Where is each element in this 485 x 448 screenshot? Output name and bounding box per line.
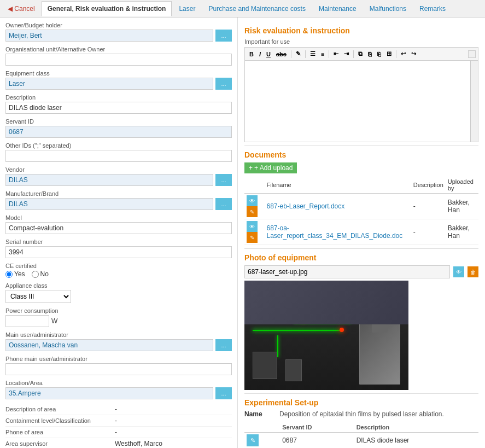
rte-indent-btn[interactable]: ⇥ [342,49,351,59]
location-input[interactable] [5,387,213,399]
rte-bold-btn[interactable]: B [247,50,256,59]
tab-general[interactable]: General, Risk evaluation & instruction [42,1,172,16]
rte-divider-4 [353,50,354,58]
photo-delete-btn[interactable]: 🗑 [468,266,478,277]
power-unit: W [51,317,57,325]
tab-maintenance[interactable]: Maintenance [313,1,363,16]
eye-icon-0: 👁 [249,198,255,204]
exp-title: Experimental Set-up [244,398,478,407]
main-user-input[interactable] [5,339,213,351]
doc-view-btn-1[interactable]: 👁 [247,221,258,232]
laser-beam-2 [277,335,278,357]
org-unit-label: Organisational unit/Alternative Owner [5,46,232,53]
rte-toolbar: B I U abc ✎ ☰ ≡ ⇤ ⇥ ⧉ ⎘ ⎗ ⊞ ↩ ↪ [244,47,478,60]
tab-cancel[interactable]: ◀ Cancel [2,2,40,16]
rte-redo-btn[interactable]: ↪ [409,49,418,59]
equipment-box-1 [253,352,277,379]
rte-italic-btn[interactable]: I [257,50,263,59]
doc-filename-0[interactable]: 687-eb-Laser_Report.docx [266,202,344,210]
equipment-class-input[interactable] [5,78,213,90]
exp-edit-btn-0[interactable]: ✎ [247,434,259,446]
owner-input[interactable] [5,30,213,42]
rte-area[interactable] [244,60,478,142]
main-user-label: Main user/administrator [5,331,232,338]
vendor-input[interactable] [5,174,213,186]
servant-id-field-group: Servant ID [5,118,232,138]
tab-malfunctions[interactable]: Malfunctions [364,1,412,16]
vendor-btn[interactable]: ... [215,174,232,186]
tab-remarks[interactable]: Remarks [413,1,452,16]
rte-pastetext-btn[interactable]: ⎗ [375,50,383,59]
main-user-btn[interactable]: ... [215,339,232,351]
ce-field-group: CE certified Yes No [5,263,232,278]
org-unit-input[interactable] [5,54,232,66]
containment-row: Containment level/Classification - [5,415,232,427]
serial-input[interactable] [5,246,232,258]
doc-col-actions [244,177,264,194]
add-upload-btn[interactable]: + + Add upload [244,162,297,173]
phone-area-value: - [115,428,117,436]
rte-paste-btn[interactable]: ⎘ [366,50,374,59]
photo-view-btn[interactable]: 👁 [453,266,464,277]
photo-filename-input[interactable] [244,265,450,278]
owner-btn[interactable]: ... [215,30,232,42]
equipment-class-btn[interactable]: ... [215,78,232,90]
doc-row-0: 👁 ✎ 687-eb-Laser_Report.docx - Bakker, H… [244,194,478,219]
phone-main-input[interactable] [5,363,232,375]
appliance-label: Appliance class [5,282,232,289]
doc-filename-1[interactable]: 687-oa-Laser_report_class_34_EM_DILAS_Di… [266,224,402,240]
rte-outdent-btn[interactable]: ⇤ [331,49,341,59]
ce-no-radio[interactable] [32,271,39,278]
model-input[interactable] [5,222,232,234]
exp-col-servant: Servant ID [280,422,354,433]
other-ids-input[interactable] [5,150,232,162]
doc-edit-btn-1[interactable]: ✎ [247,232,258,243]
pencil-icon-0: ✎ [250,209,254,215]
location-btn[interactable]: ... [215,387,232,399]
rte-scrollbar[interactable] [470,61,478,142]
desc-area-label: Description of area [5,406,115,412]
equipment-class-label: Equipment class [5,70,232,77]
manufacturer-label: Manufacturer/Brand [5,190,232,197]
risk-title: Risk evaluation & instruction [244,26,478,35]
rte-divider-3 [329,50,329,58]
desc-area-row: Description of area - [5,404,232,415]
rte-ol-btn[interactable]: ≡ [319,50,326,59]
rte-ul-btn[interactable]: ☰ [308,49,318,59]
tab-purchase[interactable]: Purchase and Maintenance costs [202,1,311,16]
owner-field-group: Owner/Budget holder ... [5,22,232,42]
exp-desc-0: DILAS diode laser [354,433,478,449]
exp-name-row: Name Deposition of epitaxial thin films … [244,410,478,418]
serial-field-group: Serial number [5,238,232,258]
description-input[interactable] [5,102,232,114]
power-input[interactable] [5,315,49,327]
rte-undo-btn[interactable]: ↩ [399,49,408,59]
ce-yes-label[interactable]: Yes [5,270,25,278]
rte-pencil-btn[interactable]: ✎ [294,49,303,59]
rte-divider-5 [396,50,396,58]
ce-no-label[interactable]: No [32,270,49,278]
servant-id-label: Servant ID [5,118,232,125]
documents-title: Documents [244,150,478,159]
eye-icon: 👁 [456,269,461,275]
other-ids-field-group: Other IDs (";" separated) [5,142,232,162]
tabs-bar: ◀ Cancel General, Risk evaluation & inst… [0,0,485,18]
rte-underline-btn[interactable]: U [264,50,273,59]
ce-yes-radio[interactable] [5,271,13,278]
equipment-box-2 [285,359,302,381]
appliance-select[interactable]: Class III Class I Class II Class IV [5,290,71,303]
rte-pastefromword-btn[interactable]: ⊞ [384,49,394,59]
rte-strikethrough-btn[interactable]: abc [274,50,289,59]
eye-icon-1: 👁 [249,224,255,230]
manufacturer-input[interactable] [5,198,213,210]
manufacturer-btn[interactable]: ... [215,198,232,210]
servant-id-input[interactable] [5,126,232,138]
doc-row-1: 👁 ✎ 687-oa-Laser_report_class_34_EM_DILA… [244,219,478,245]
tab-laser[interactable]: Laser [173,1,201,16]
rte-scrollbar-up[interactable] [468,50,476,58]
rte-copy-btn[interactable]: ⧉ [356,49,365,59]
doc-view-btn-0[interactable]: 👁 [247,195,258,206]
plus-icon: + [249,164,253,172]
desc-area-value: - [115,405,117,413]
doc-edit-btn-0[interactable]: ✎ [247,206,258,217]
